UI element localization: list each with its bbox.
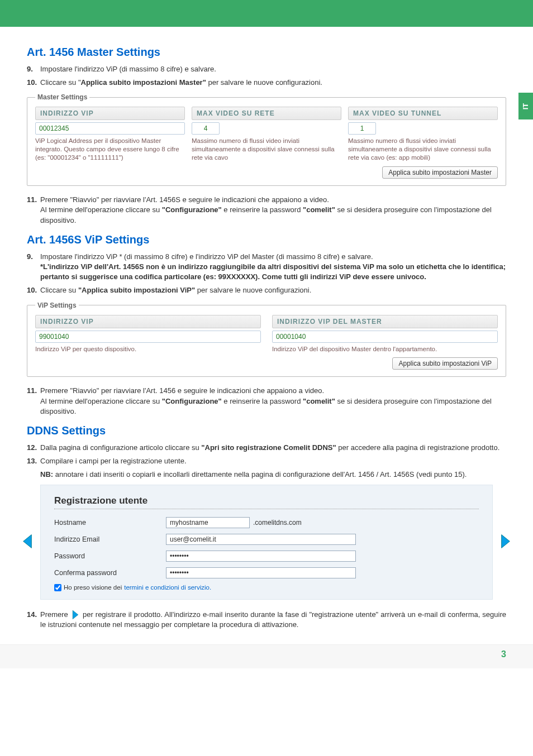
step-number: 9. [27,252,40,283]
registration-title: Registrazione utente [54,495,479,509]
step-text: Dalla pagina di configurazione articolo … [40,443,506,453]
step-note: NB: annotare i dati inseriti o copiarli … [40,470,506,480]
field-header-vip-address: INDIRIZZO VIP [35,107,185,120]
field-header-max-video-net: MAX VIDEO SU RETE [192,107,341,120]
top-bar [0,0,533,27]
panel-legend: ViP Settings [35,302,79,309]
user-registration-form: Registrazione utente Hostname .comelitdn… [40,485,493,600]
step-text: Premere per registrare il prodotto. All'… [40,610,506,630]
password-label: Password [54,552,166,560]
step-text: Premere "Riavvio" per riavviare l'Art. 1… [40,386,506,417]
step-text: Premere "Riavvio" per riavviare l'Art. 1… [40,195,506,226]
next-arrow-icon [70,610,80,620]
terms-checkbox[interactable] [54,584,61,591]
step-number: 10. [27,285,40,295]
prev-arrow-icon[interactable] [21,533,34,551]
step-text: Impostare l'indirizzo ViP (di massimo 8 … [40,64,506,74]
hostname-input[interactable] [166,517,250,528]
field-header-max-video-tunnel: MAX VIDEO SU TUNNEL [348,107,498,120]
vip-address-input[interactable] [35,122,185,135]
field-help: Indirizzo ViP del dispositivo Master den… [272,345,498,353]
step-text: Cliccare su "Applica subito impostazioni… [40,78,506,88]
email-input[interactable] [166,534,356,545]
field-help: ViP Logical Address per il dispositivo M… [35,137,185,162]
field-help: Indirizzo ViP per questo dispositivo. [35,345,261,353]
vip-address-input[interactable] [35,331,261,343]
step-number: 14. [27,610,40,630]
step-number: 11. [27,195,40,226]
terms-link[interactable]: termini e condizioni di servizio. [124,584,211,591]
email-label: Indirizzo Email [54,535,166,543]
max-video-net-input[interactable] [192,122,220,135]
svg-marker-0 [23,534,32,548]
step-number: 9. [27,64,40,74]
svg-marker-1 [502,534,510,548]
panel-legend: Master Settings [35,93,89,101]
next-arrow-icon[interactable] [499,533,512,551]
field-header-vip-master-address: INDIRIZZO VIP DEL MASTER [272,315,498,328]
step-number: 10. [27,78,40,88]
hostname-suffix: .comelitdns.com [253,519,302,527]
step-number: 12. [27,443,40,453]
master-settings-panel: Master Settings INDIRIZZO VIP ViP Logica… [27,93,506,186]
password-input[interactable] [166,551,356,562]
hostname-label: Hostname [54,519,166,527]
section-title-vip: Art. 1456S ViP Settings [27,233,506,246]
terms-text: Ho preso visione dei [64,584,122,591]
step-text: Impostare l'indirizzo ViP * (di massimo … [40,252,506,283]
vip-master-address-input[interactable] [272,331,498,343]
max-video-tunnel-input[interactable] [348,122,376,135]
page-number: 3 [0,644,533,668]
step-number: 11. [27,386,40,417]
field-help: Massimo numero di flussi video inviati s… [348,137,498,162]
vip-settings-panel: ViP Settings INDIRIZZO VIP Indirizzo ViP… [27,302,506,377]
step-number: 13. [27,456,40,466]
svg-marker-2 [73,610,78,619]
apply-master-button[interactable]: Applica subito impostazioni Master [382,166,498,179]
field-help: Massimo numero di flussi video inviati s… [192,137,341,162]
step-text: Cliccare su "Applica subito impostazioni… [40,285,506,295]
apply-vip-button[interactable]: Applica subito impostazioni ViP [392,357,498,370]
field-header-vip-address: INDIRIZZO VIP [35,315,261,328]
confirm-password-input[interactable] [166,567,356,578]
language-tab: IT [518,93,533,119]
section-title-ddns: DDNS Settings [27,424,506,437]
confirm-password-label: Conferma password [54,569,166,577]
section-title-master: Art. 1456 Master Settings [27,46,506,59]
step-text: Compilare i campi per la registrazione u… [40,456,506,466]
